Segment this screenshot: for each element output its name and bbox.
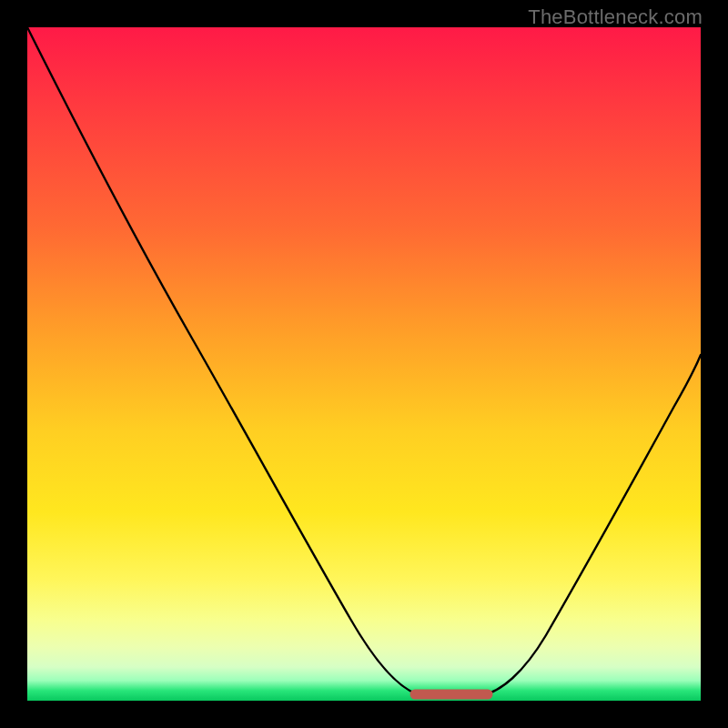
plot-area xyxy=(27,27,701,701)
watermark-text: TheBottleneck.com xyxy=(528,5,703,29)
bottleneck-curve xyxy=(27,27,701,695)
curve-layer xyxy=(27,27,701,701)
chart-frame: TheBottleneck.com xyxy=(0,0,728,728)
